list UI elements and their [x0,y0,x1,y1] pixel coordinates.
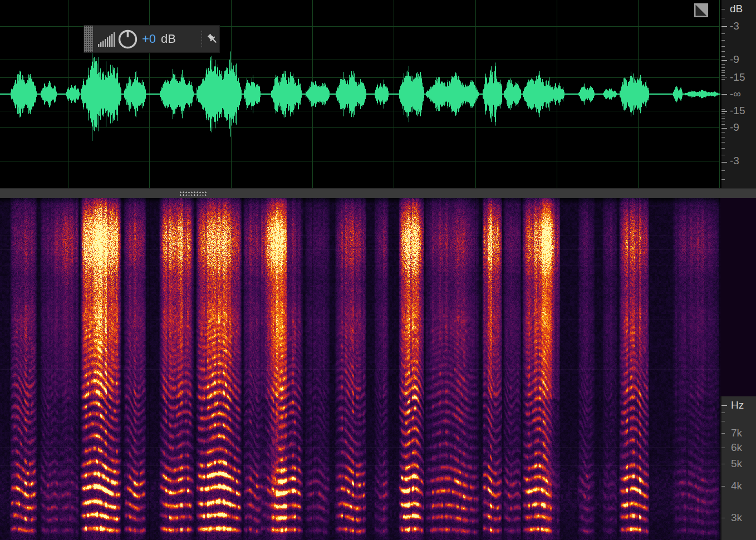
waveform-panel: dB-3-9-15-∞-15-9-3 +0 d [0,0,756,188]
ruler-tick [721,170,725,171]
ruler-label: -9 [730,53,739,66]
ruler-tick [721,60,727,61]
ruler-tick [721,46,725,47]
ruler-tick [721,179,725,180]
ruler-label: 6k [731,441,742,454]
pin-icon [206,32,219,46]
ruler-tick [721,142,725,143]
gain-knob-icon[interactable] [117,29,138,50]
ruler-tick [721,118,725,119]
ruler-tick [721,132,725,132]
ruler-label: dB [730,3,743,15]
ruler-label: -∞ [730,88,741,100]
ruler-label: -15 [730,105,745,117]
gain-unit-label: dB [161,26,176,52]
ruler-tick [721,26,727,27]
ruler-label: 7k [731,427,742,439]
ruler-label: 4k [731,480,742,492]
spectrogram-display[interactable] [0,198,720,540]
gain-value[interactable]: +0 [142,26,156,52]
splitter-grip-icon [179,191,207,196]
ruler-tick [721,109,725,110]
ruler-tick [721,162,727,163]
ruler-tick [721,148,725,149]
ruler-tick [721,113,725,114]
ruler-tick [721,94,727,95]
ruler-tick [721,124,725,125]
ruler-tick [721,413,725,413]
ruler-tick [721,72,725,73]
ruler-tick [721,433,725,434]
ruler-label: 3k [731,512,742,524]
amplitude-ruler[interactable]: dB-3-9-15-∞-15-9-3 [721,0,756,188]
ruler-label: -15 [730,71,745,84]
ruler-tick [721,51,725,52]
level-meter-icon [98,32,116,47]
ruler-tick [721,33,725,34]
resize-triangle-icon [694,3,708,17]
ruler-tick [721,75,725,76]
drag-handle-icon[interactable] [84,26,93,52]
panel-corner-button[interactable] [694,3,708,17]
ruler-label: Hz [731,399,744,411]
ruler-tick [721,421,725,421]
gain-hud[interactable]: +0 dB [84,25,220,53]
ruler-tick [721,116,725,116]
ruler-label: -3 [730,20,739,32]
frequency-ruler[interactable]: Hz7k6k5k4k3k2k1k800600400100 [720,396,756,540]
ruler-tick [721,18,725,18]
app-window: dB-3-9-15-∞-15-9-3 +0 d [0,0,756,540]
ruler-tick [721,40,725,41]
spectrogram-panel: Hz7k6k5k4k3k2k1k800600400100 [0,198,756,540]
ruler-tick [721,464,725,464]
ruler-label: 5k [731,458,742,470]
ruler-tick [721,77,727,77]
ruler-tick [721,405,727,406]
pin-button[interactable] [206,32,219,46]
ruler-tick [721,486,725,487]
ruler-tick [721,67,725,68]
hud-separator [202,31,202,47]
ruler-tick [721,155,725,155]
ruler-tick [721,56,725,57]
ruler-label: -9 [730,121,739,134]
ruler-tick [721,121,725,121]
ruler-tick [721,70,725,71]
ruler-tick [721,111,727,112]
ruler-label: -3 [730,155,739,167]
ruler-tick [721,128,727,129]
ruler-tick [721,64,725,65]
ruler-tick [721,448,725,448]
ruler-tick [721,9,725,9]
panel-splitter[interactable] [0,188,756,198]
ruler-tick [721,79,725,80]
ruler-tick [721,518,725,518]
ruler-tick [721,137,725,138]
